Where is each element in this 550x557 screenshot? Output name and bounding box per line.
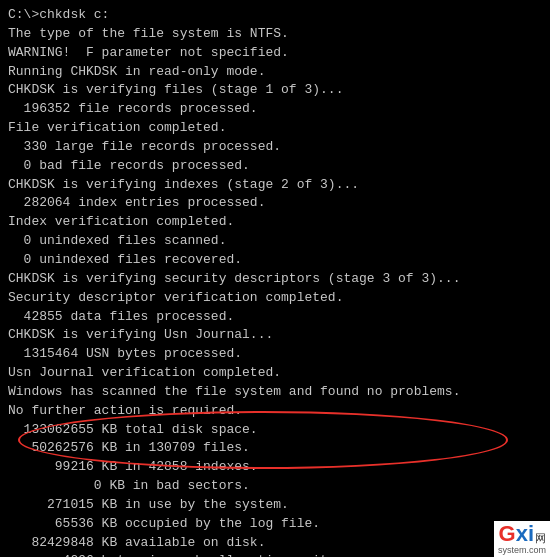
terminal-line: CHKDSK is verifying files (stage 1 of 3)…: [8, 81, 542, 100]
terminal-line: Usn Journal verification completed.: [8, 364, 542, 383]
terminal-line: 82429848 KB available on disk.: [8, 534, 542, 553]
terminal-line: File verification completed.: [8, 119, 542, 138]
terminal-line: 271015 KB in use by the system.: [8, 496, 542, 515]
terminal-line: Security descriptor verification complet…: [8, 289, 542, 308]
terminal-line: 4096 bytes in each allocation unit.: [8, 552, 542, 557]
watermark-xi: xi: [516, 523, 534, 545]
terminal-line: Windows has scanned the file system and …: [8, 383, 542, 402]
terminal-line: 282064 index entries processed.: [8, 194, 542, 213]
watermark-g: G: [499, 523, 516, 545]
terminal-line: 0 unindexed files recovered.: [8, 251, 542, 270]
terminal-line: 0 bad file records processed.: [8, 157, 542, 176]
terminal-line: Running CHKDSK in read-only mode.: [8, 63, 542, 82]
terminal-line: 196352 file records processed.: [8, 100, 542, 119]
terminal-line: CHKDSK is verifying Usn Journal...: [8, 326, 542, 345]
terminal-line: 42855 data files processed.: [8, 308, 542, 327]
terminal-line: 50262576 KB in 130709 files.: [8, 439, 542, 458]
terminal-line: The type of the file system is NTFS.: [8, 25, 542, 44]
terminal-line: CHKDSK is verifying indexes (stage 2 of …: [8, 176, 542, 195]
terminal-line: 330 large file records processed.: [8, 138, 542, 157]
watermark-site: system.com: [498, 545, 546, 555]
terminal-line: No further action is required.: [8, 402, 542, 421]
terminal-line: 99216 KB in 42858 indexes.: [8, 458, 542, 477]
terminal-line: 1315464 USN bytes processed.: [8, 345, 542, 364]
watermark: G xi 网 system.com: [494, 521, 550, 557]
terminal-line: Index verification completed.: [8, 213, 542, 232]
watermark-net: 网: [535, 533, 546, 544]
terminal-window: C:\>chkdsk c:The type of the file system…: [0, 0, 550, 557]
terminal-line: CHKDSK is verifying security descriptors…: [8, 270, 542, 289]
terminal-line: 65536 KB occupied by the log file.: [8, 515, 542, 534]
terminal-line: 133062655 KB total disk space.: [8, 421, 542, 440]
terminal-output: C:\>chkdsk c:The type of the file system…: [8, 6, 542, 557]
terminal-line: 0 KB in bad sectors.: [8, 477, 542, 496]
terminal-line: WARNING! F parameter not specified.: [8, 44, 542, 63]
terminal-line: C:\>chkdsk c:: [8, 6, 542, 25]
terminal-line: 0 unindexed files scanned.: [8, 232, 542, 251]
